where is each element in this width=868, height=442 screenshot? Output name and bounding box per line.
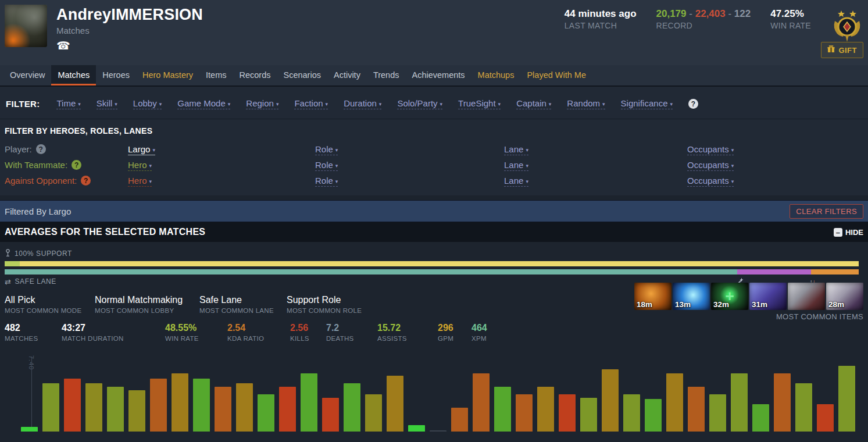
chart-bar[interactable]: [42, 383, 59, 432]
chart-bar[interactable]: [494, 387, 511, 432]
chart-bar[interactable]: [279, 387, 296, 432]
tab-matches[interactable]: Matches: [51, 65, 96, 85]
clear-filters-button[interactable]: CLEAR FILTERS: [790, 204, 863, 219]
tab-hero-mastery[interactable]: Hero Mastery: [136, 65, 199, 85]
chart-bar[interactable]: [473, 373, 490, 432]
filter-bar: FILTER: Time▾ Skill▾ Lobby▾ Game Mode▾ R…: [0, 87, 868, 119]
chart-bar[interactable]: [150, 379, 167, 432]
hero-filter-section: FILTER BY HEROES, ROLES, LANES Player: ?…: [0, 119, 868, 195]
player-role-dropdown[interactable]: Role▾: [315, 144, 338, 155]
filter-skill[interactable]: Skill▾: [97, 98, 117, 109]
chart-bar[interactable]: [64, 379, 81, 432]
chart-bar[interactable]: [688, 387, 705, 432]
tab-matchups[interactable]: Matchups: [471, 65, 521, 85]
page-title: AndreyIMMERSION: [56, 6, 203, 24]
opponent-lane-dropdown[interactable]: Lane▾: [504, 176, 528, 187]
chart-bar[interactable]: [623, 394, 640, 432]
player-hero-dropdown[interactable]: Largo▾: [128, 144, 155, 155]
teammate-role-dropdown[interactable]: Role▾: [315, 160, 338, 171]
metric-gpm: 296GPM: [438, 323, 453, 342]
opponent-role-dropdown[interactable]: Role▾: [315, 176, 338, 187]
hide-button[interactable]: – HIDE: [834, 228, 863, 237]
chart-bar[interactable]: [430, 430, 446, 432]
filter-random[interactable]: Random▾: [567, 98, 605, 109]
teammate-hero-dropdown[interactable]: Hero▾: [128, 160, 152, 171]
player-row-label: Player:: [5, 144, 32, 154]
chart-bar[interactable]: [365, 394, 382, 432]
chart-bar[interactable]: [666, 373, 683, 432]
tab-records[interactable]: Records: [233, 65, 277, 85]
chart-bar[interactable]: [128, 390, 145, 432]
phone-icon[interactable]: ☎: [56, 40, 203, 51]
tab-activity[interactable]: Activity: [327, 65, 367, 85]
opponent-help-icon[interactable]: ?: [81, 176, 91, 186]
filter-duration[interactable]: Duration▾: [344, 98, 381, 109]
player-occupants-dropdown[interactable]: Occupants▾: [687, 144, 734, 155]
chart-bar[interactable]: [774, 373, 791, 432]
ratio-segment: [5, 269, 737, 275]
filter-significance[interactable]: Significance▾: [621, 98, 673, 109]
chart-bar[interactable]: [215, 387, 231, 432]
tab-trends[interactable]: Trends: [367, 65, 406, 85]
chart-bar[interactable]: [752, 404, 769, 432]
lane-ratio-bar: [5, 269, 859, 275]
filter-region[interactable]: Region▾: [246, 98, 278, 109]
filter-help-icon[interactable]: ?: [688, 99, 698, 109]
filter-solo-party[interactable]: Solo/Party▾: [397, 98, 442, 109]
gift-button[interactable]: GIFT: [821, 42, 863, 58]
opponent-filter-row: Against Opponent: ? Hero▾ Role▾ Lane▾ Oc…: [5, 173, 863, 188]
most-common-mode: All PickMOST COMMON MODE: [5, 295, 81, 314]
chart-bar[interactable]: [580, 398, 597, 432]
tab-items[interactable]: Items: [199, 65, 233, 85]
metrics-row: 482MATCHES 43:27MATCH DURATION 48.55%WIN…: [5, 323, 859, 347]
filter-captain[interactable]: Captain▾: [516, 98, 551, 109]
chart-bar[interactable]: [236, 383, 253, 432]
chart-bar[interactable]: [451, 408, 468, 432]
tab-scenarios[interactable]: Scenarios: [277, 65, 327, 85]
filter-truesight[interactable]: TrueSight▾: [458, 98, 501, 109]
chart-bars[interactable]: [21, 366, 855, 432]
chart-bar[interactable]: [322, 398, 339, 432]
chart-bar[interactable]: [301, 373, 317, 432]
chart-bar[interactable]: [258, 394, 274, 432]
filter-game-mode[interactable]: Game Mode▾: [177, 98, 230, 109]
chart-bar[interactable]: [817, 404, 834, 432]
last-match-label: LAST MATCH: [565, 21, 637, 30]
filter-lobby[interactable]: Lobby▾: [133, 98, 162, 109]
chart-bar[interactable]: [21, 427, 38, 432]
most-common-lobby: Normal MatchmakingMOST COMMON LOBBY: [95, 295, 183, 314]
teammate-occupants-dropdown[interactable]: Occupants▾: [687, 160, 734, 171]
player-help-icon[interactable]: ?: [36, 144, 46, 154]
chart-bar[interactable]: [387, 376, 403, 432]
chart-bar[interactable]: [559, 394, 576, 432]
chart-bar[interactable]: [172, 373, 188, 432]
chart-bar[interactable]: [107, 387, 124, 432]
profile-header: AndreyIMMERSION Matches ☎ 44 minutes ago…: [0, 0, 868, 65]
tab-played-with-me[interactable]: Played With Me: [520, 65, 592, 85]
chart-bar[interactable]: [795, 383, 812, 432]
chart-bar[interactable]: [602, 369, 619, 432]
chart-bar[interactable]: [193, 379, 210, 432]
chart-bar[interactable]: [645, 399, 662, 432]
opponent-hero-dropdown[interactable]: Hero▾: [128, 176, 152, 187]
chart-bar[interactable]: [537, 387, 554, 432]
opponent-occupants-dropdown[interactable]: Occupants▾: [687, 176, 734, 187]
averages-content: 100% SUPPORT ⇄ SAFE LANE ↑↓ 18m 13m: [0, 242, 868, 442]
tab-heroes[interactable]: Heroes: [96, 65, 136, 85]
chart-bar[interactable]: [838, 366, 855, 432]
chart-bar[interactable]: [709, 394, 726, 432]
chart-bar[interactable]: [731, 373, 748, 432]
player-lane-dropdown[interactable]: Lane▾: [504, 144, 528, 155]
teammate-help-icon[interactable]: ?: [72, 160, 81, 170]
tab-achievements[interactable]: Achievements: [405, 65, 471, 85]
chart-bar[interactable]: [408, 425, 425, 432]
filter-time[interactable]: Time▾: [56, 98, 80, 109]
chart-bar[interactable]: [344, 383, 360, 432]
teammate-lane-dropdown[interactable]: Lane▾: [504, 160, 528, 171]
player-avatar[interactable]: [5, 5, 47, 47]
chart-bar[interactable]: [516, 394, 533, 432]
tab-overview[interactable]: Overview: [3, 65, 51, 85]
filter-faction[interactable]: Faction▾: [294, 98, 328, 109]
chart-bar[interactable]: [85, 383, 102, 432]
minus-icon: –: [834, 228, 842, 237]
